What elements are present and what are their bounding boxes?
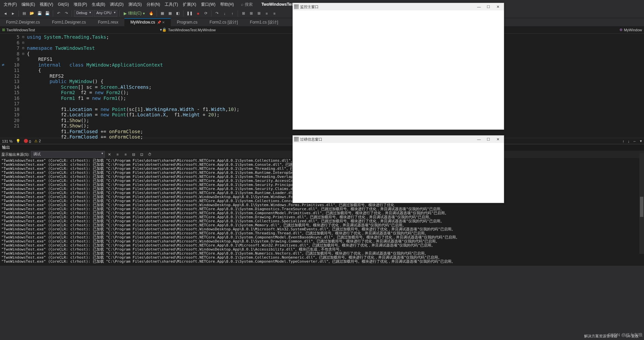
menu-item[interactable]: 编辑(E) [19,1,37,8]
close-button[interactable]: ✕ [493,3,502,10]
menu-item[interactable]: 帮助(H) [218,1,236,8]
crumb-method-label: MyWindow [624,28,642,32]
crumb-method[interactable]: ⊛ MyWindow [482,28,642,32]
menu-item[interactable]: Git(G) [55,1,71,8]
undo-icon[interactable]: ↶ [55,10,62,17]
tab[interactable]: Program.cs [171,18,203,26]
float1-titlebar[interactable]: 监控主窗口 — ☐ ✕ [293,3,504,10]
tab[interactable]: Form1.cs [设计] [244,18,284,26]
search-icon: ⌕ [241,2,243,7]
grid-icon[interactable]: ⊞ [248,10,254,17]
forward-button[interactable]: ► [10,10,16,17]
tab[interactable]: Form2.cs [设计] [204,18,244,26]
menu-item[interactable]: 调试(D) [108,1,126,8]
clock-icon[interactable]: ⏱ [147,151,153,158]
csharp-icon: ⊞ [2,28,5,32]
locate-icon[interactable]: ⊡ [138,151,145,158]
close-button[interactable]: ✕ [493,136,502,143]
line-numbers: 56789101112131415161718192021 [6,34,22,138]
float-window-monitor[interactable]: 监控主窗口 — ☐ ✕ [292,3,504,130]
watermark: CSDN @IT大灰狼 [608,332,643,338]
tab[interactable]: Form1.resx [92,18,124,26]
continue-label: 继续(C) [128,10,142,16]
maximize-button[interactable]: ☐ [484,136,493,143]
clear-icon[interactable]: ✕ [106,151,113,158]
wrap-icon[interactable]: ≡ [114,151,121,158]
platform-dropdown[interactable]: Any CPU [94,10,117,17]
sync-icon: ⇄ [2,62,4,67]
minimize-button[interactable]: — [474,3,484,10]
hot-reload-icon[interactable]: 🔥 [148,10,155,17]
align-icon[interactable]: ≡ [271,10,278,17]
minimize-button[interactable]: — [474,136,484,143]
maximize-button[interactable]: ☐ [484,3,493,10]
dropdown-arrow-icon: ▾ [143,11,145,16]
output-source-dropdown[interactable]: 调试 [31,151,105,158]
float1-title: 监控主窗口 [300,4,474,9]
menu-item[interactable]: 项目(P) [71,1,89,8]
menu-item[interactable]: 扩展(X) [180,1,199,8]
menu-item[interactable]: 分析(N) [144,1,163,8]
step-out-icon[interactable]: ↑ [229,10,236,17]
float2-titlebar[interactable]: 过磅信息窗口 — ☐ ✕ [293,136,504,143]
crumb-project-label: TwoWindowsTest [6,28,35,32]
scroll-icon[interactable]: ⊟ [130,151,137,158]
save-icon[interactable]: 💾 [36,10,43,17]
window-icon [294,4,299,9]
restart-icon[interactable]: ⟳ [202,10,209,17]
tab-close-icon[interactable]: 📌 ✕ [157,21,165,24]
grid-icon[interactable]: ⊞ [255,10,262,17]
play-icon: ▶ [124,11,127,16]
search-box[interactable]: ⌕ 搜索 [241,2,253,7]
lightbulb-icon[interactable]: 💡 [16,139,21,143]
crumb-project[interactable]: ⊞ TwoWindowsTest ▾ [2,28,162,32]
project-name: TwoWindowsTest [261,2,295,7]
tab[interactable]: Form1.Designer.cs [46,18,92,26]
float-window-weigh[interactable]: 过磅信息窗口 — ☐ ✕ [292,135,504,203]
open-icon[interactable]: 📂 [29,10,35,17]
back-button[interactable]: ◄ [2,10,9,17]
step-into-icon[interactable]: ↓ [221,10,228,17]
float2-title: 过磅信息窗口 [300,137,474,142]
method-icon: ⊛ [619,28,622,32]
menu-item[interactable]: 窗口(W) [199,1,218,8]
continue-button[interactable]: ▶ 继续(C) ▾ [122,10,147,17]
scrollbar[interactable] [639,153,644,254]
grid-icon[interactable]: ⊞ [240,10,247,17]
menu-item[interactable]: 工具(T) [162,1,180,8]
new-project-icon[interactable]: ▤ [21,10,28,17]
tab[interactable]: MyWindow.cs📌 ✕ [124,18,171,26]
step-over-icon[interactable]: ↷ [213,10,220,17]
output-src-label: 显示输出来源(S): [1,152,30,157]
stop-icon[interactable]: ■ [195,10,201,17]
align-icon[interactable]: ≡ [263,10,270,17]
redo-icon[interactable]: ↷ [63,10,70,17]
output-title: 输出 [2,145,10,150]
pause-icon[interactable]: ❚❚ [186,10,194,17]
layout-icon[interactable]: ◧ [174,10,181,17]
menu-item[interactable]: 视图(V) [37,1,55,8]
scrollbar-thumb[interactable] [640,197,643,217]
layout-icon[interactable]: ▦ [167,10,173,17]
tab[interactable]: Form2.Designer.cs [0,18,46,26]
class-icon: 🔒 [162,28,167,32]
wrap-icon[interactable]: ≡ [122,151,129,158]
window-icon [294,137,299,142]
layout-icon[interactable]: ▦ [159,10,166,17]
search-label: 搜索 [245,2,253,7]
menu-item[interactable]: 文件(F) [1,1,19,8]
save-all-icon[interactable]: 💾 [44,10,51,17]
fold-gutter[interactable]: ⊟⊟⊟⊟ [22,34,27,138]
breakpoint-gutter[interactable]: ⇄ [0,34,6,138]
zoom-level[interactable]: 131 % [2,139,12,143]
menu-item[interactable]: 测试(S) [126,1,144,8]
menu-item[interactable]: 生成(B) [89,1,108,8]
config-dropdown[interactable]: Debug [74,10,93,17]
crumb-class-label: TwoWindowsTest.MyWindow [168,28,216,32]
